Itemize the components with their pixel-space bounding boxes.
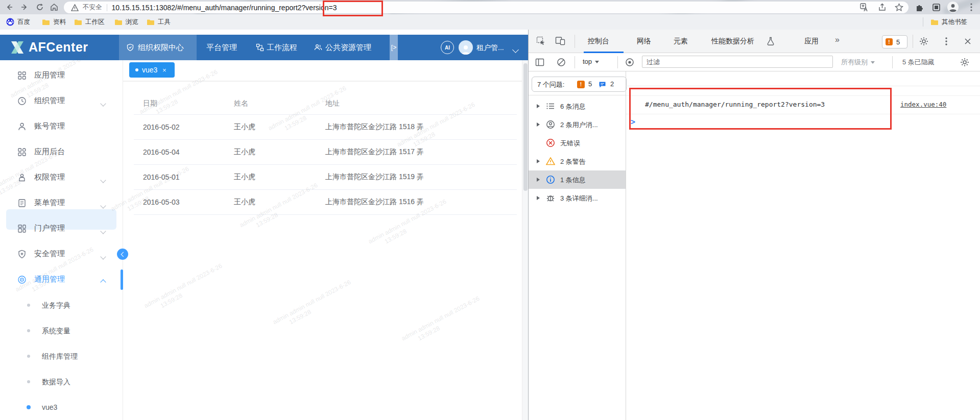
home-icon[interactable] [49,2,59,12]
other-bookmarks[interactable]: 其他书签 [930,17,967,27]
extensions-icon[interactable] [914,2,924,12]
sidebar-item-app-backend[interactable]: 应用后台 [0,142,123,162]
devtools-tab-performance[interactable]: 性能数据分析 [711,37,754,46]
console-filter-label: 1 条信息 [560,176,586,185]
console-filter-info[interactable]: 1 条信息 [529,170,626,189]
console-filter-verbose[interactable]: 3 条详细消... [529,189,626,207]
sidebar-item-app-mgmt[interactable]: 应用管理 [0,65,123,86]
bookmark-folder[interactable]: 工作区 [74,17,105,27]
bookmark-folder[interactable]: 工具 [147,17,171,27]
forward-icon[interactable] [19,2,30,12]
nav-item-org-auth[interactable]: 组织权限中心 [138,43,184,53]
nav-item-workflow[interactable]: 工作流程 [267,43,297,53]
issues-counter[interactable]: ! 5 [882,35,907,48]
sidebar-item-portal-mgmt[interactable]: 门户管理 [0,218,123,239]
devtools-tab-network[interactable]: 网络 [637,37,651,46]
app-sidebar [0,60,123,420]
cell-address: 上海市普陀区金沙江路 1519 弄 [325,172,424,182]
sidebar-subitem-vue3[interactable]: vue3 [0,400,123,415]
console-filter-warnings[interactable]: 2 条警告 [529,152,626,170]
table-row[interactable]: 2016-05-04 王小虎 上海市普陀区金沙江路 1517 弄 [134,140,517,165]
sidebar-subitem-data-import[interactable]: 数据导入 [0,374,123,389]
nav-item-platform[interactable]: 平台管理 [206,43,237,53]
console-sidebar-divider [626,71,626,420]
console-log-row[interactable]: #/menu_auth/manager/running_report2?vers… [626,95,980,114]
table-row[interactable]: 2016-05-02 王小虎 上海市普陀区金沙江路 1518 弄 [134,115,517,140]
nav-item-public-resource[interactable]: 公共资源管理 [325,43,371,53]
expand-triangle-icon[interactable] [537,196,540,200]
sidebar-item-account-mgmt[interactable]: 账号管理 [0,116,123,137]
bookmark-label: 工作区 [85,18,105,27]
baidu-icon [6,18,14,26]
bookmark-label: 工具 [158,18,171,27]
chevron-down-icon [101,98,105,108]
devtools-tab-application[interactable]: 应用 [804,37,819,46]
user-menu-chevron-icon[interactable] [513,45,518,54]
context-selector[interactable]: top [583,58,599,65]
sidebar-item-label: 账号管理 [34,121,65,131]
sidebar-item-org-mgmt[interactable]: 组织管理 [0,91,123,111]
bookmark-folder[interactable]: 资料 [42,17,66,27]
scrollbar-thumb[interactable] [523,63,528,191]
folder-icon [42,19,50,26]
console-prompt-icon[interactable]: > [631,117,635,127]
expand-triangle-icon[interactable] [537,159,540,163]
sidebar-item-permission-mgmt[interactable]: 权限管理 [0,167,123,188]
share-icon[interactable] [877,2,887,12]
sidebar-subitem-business-dict[interactable]: 业务字典 [0,298,123,313]
sidebar-item-security-mgmt[interactable]: 安全管理 [0,244,123,264]
console-settings-icon[interactable] [960,57,970,67]
browser-menu-icon[interactable] [966,2,976,12]
inspect-element-icon[interactable] [536,36,546,46]
nav-expand-button[interactable]: [> [390,35,398,60]
bookmark-star-icon[interactable] [894,2,904,12]
bookmark-baidu[interactable]: 百度 [6,17,30,27]
sidebar-item-label: 组织管理 [34,96,65,106]
cell-address: 上海市普陀区金沙江路 1516 弄 [325,197,424,207]
device-toolbar-icon[interactable] [555,36,565,46]
translate-icon[interactable] [859,2,869,12]
console-filter-all-messages[interactable]: 6 条消息 [529,97,626,115]
sidebar-item-menu-mgmt[interactable]: 菜单管理 [0,193,123,213]
console-source-link[interactable]: index.vue:40 [900,101,946,108]
user-name[interactable]: 租户管... [476,43,504,53]
grid-alt-icon [17,147,27,157]
ai-assistant-icon[interactable]: AI [441,41,454,54]
devtools-tab-elements[interactable]: 元素 [674,37,688,46]
log-level-selector[interactable]: 所有级别 [841,58,875,67]
sidebar-subitem-system-vars[interactable]: 系统变量 [0,323,123,338]
devtools-tab-console[interactable]: 控制台 [588,37,609,46]
reload-icon[interactable] [35,2,45,12]
clear-console-icon[interactable] [556,57,566,67]
table-row[interactable]: 2016-05-03 王小虎 上海市普陀区金沙江路 1516 弄 [134,190,517,215]
devtools-menu-icon[interactable] [941,36,951,46]
bullet-dot-icon [27,380,30,383]
devtools-settings-icon[interactable] [919,36,929,46]
profile-avatar[interactable] [947,1,959,13]
user-avatar[interactable] [459,40,473,55]
console-sidebar-toggle-icon[interactable] [535,57,545,67]
tab-close-icon[interactable]: × [162,66,166,74]
devtools-close-icon[interactable] [963,36,973,46]
bookmark-folder[interactable]: 浏览 [114,17,138,27]
address-bar[interactable]: 不安全 10.15.15.151:13082/#/menu_auth/manag… [64,2,909,13]
problems-summary-button[interactable]: 7 个问题: ! 5 2 [532,77,627,92]
expand-triangle-icon[interactable] [537,122,540,127]
tab-groups-icon[interactable] [931,2,941,12]
live-expression-eye-icon[interactable] [625,57,635,67]
console-filter-errors[interactable]: 无错误 [529,134,626,152]
sidebar-item-general-mgmt[interactable]: 通用管理 [0,269,123,290]
table-row[interactable]: 2016-05-01 王小虎 上海市普陀区金沙江路 1519 弄 [134,165,517,190]
console-toolbar: top 所有级别 5 条已隐藏 [529,53,980,71]
console-filter-user-messages[interactable]: 2 条用户消... [529,115,626,134]
expand-triangle-icon[interactable] [537,104,540,108]
back-icon[interactable] [4,2,14,12]
console-filter-input[interactable] [642,56,833,68]
sidebar-subitem-component-lib[interactable]: 组件库管理 [0,349,123,364]
chevron-down-icon [101,252,105,261]
tab-vue3[interactable]: vue3 × [129,62,175,78]
sidebar-collapse-button[interactable] [117,249,128,260]
expand-triangle-icon[interactable] [537,178,540,182]
more-tabs-icon[interactable]: » [835,35,840,44]
sidebar-subitem-label: vue3 [42,403,57,411]
